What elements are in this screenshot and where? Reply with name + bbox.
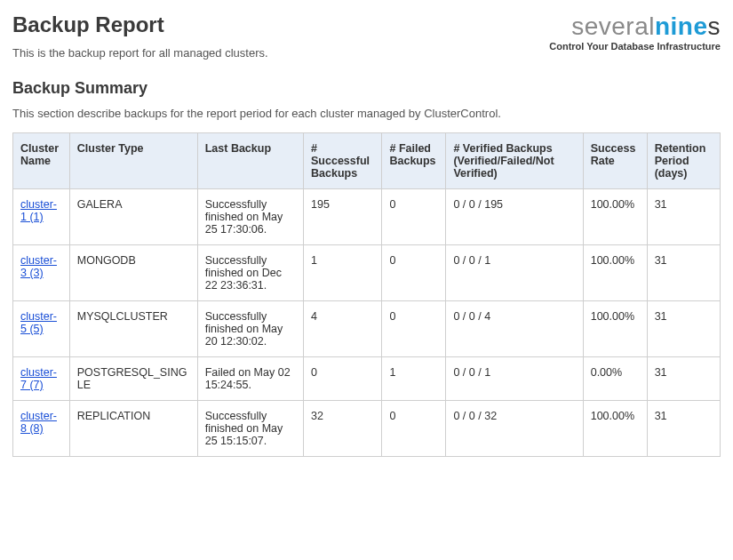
- cell-failed: 0: [382, 189, 446, 245]
- cell-success-rate: 100.00%: [583, 301, 647, 357]
- col-verified: # Verified Backups (Verified/Failed/Not …: [446, 133, 583, 189]
- cell-last-backup: Successfully finished on May 25 17:30:06…: [197, 189, 303, 245]
- col-failed: # Failed Backups: [382, 133, 446, 189]
- cell-retention: 31: [647, 245, 720, 301]
- col-last-backup: Last Backup: [197, 133, 303, 189]
- cell-cluster-type: MONGODB: [69, 245, 197, 301]
- cell-last-backup: Successfully finished on May 20 12:30:02…: [197, 301, 303, 357]
- cell-retention: 31: [647, 401, 720, 457]
- col-cluster-name: Cluster Name: [13, 133, 70, 189]
- cell-verified: 0 / 0 / 1: [446, 357, 583, 401]
- cell-successful: 4: [304, 301, 382, 357]
- cell-failed: 0: [382, 245, 446, 301]
- cell-verified: 0 / 0 / 1: [446, 245, 583, 301]
- cluster-link[interactable]: cluster-1 (1): [20, 198, 57, 223]
- cell-successful: 0: [304, 357, 382, 401]
- table-header-row: Cluster Name Cluster Type Last Backup # …: [13, 133, 721, 189]
- col-cluster-type: Cluster Type: [69, 133, 197, 189]
- cell-successful: 32: [304, 401, 382, 457]
- brand-tagline: Control Your Database Infrastructure: [549, 41, 721, 52]
- cell-last-backup: Failed on May 02 15:24:55.: [197, 357, 303, 401]
- cell-successful: 195: [304, 189, 382, 245]
- cell-verified: 0 / 0 / 4: [446, 301, 583, 357]
- backup-summary-table: Cluster Name Cluster Type Last Backup # …: [12, 132, 721, 457]
- brand-logo: severalnines: [549, 14, 721, 39]
- table-row: cluster-5 (5) MYSQLCLUSTER Successfully …: [13, 301, 721, 357]
- cluster-link[interactable]: cluster-3 (3): [20, 254, 57, 279]
- page-title: Backup Report: [12, 12, 268, 37]
- table-row: cluster-7 (7) POSTGRESQL_SINGLE Failed o…: [13, 357, 721, 401]
- cluster-link[interactable]: cluster-7 (7): [20, 366, 57, 391]
- cell-last-backup: Successfully finished on May 25 15:15:07…: [197, 401, 303, 457]
- section-description: This section describe backups for the re…: [12, 107, 721, 120]
- cell-failed: 1: [382, 357, 446, 401]
- table-row: cluster-8 (8) REPLICATION Successfully f…: [13, 401, 721, 457]
- cell-cluster-type: POSTGRESQL_SINGLE: [69, 357, 197, 401]
- col-success-rate: Success Rate: [583, 133, 647, 189]
- brand-word-several: several: [571, 12, 655, 40]
- cell-verified: 0 / 0 / 32: [446, 401, 583, 457]
- cell-retention: 31: [647, 189, 720, 245]
- section-heading: Backup Summary: [12, 79, 721, 98]
- cluster-link[interactable]: cluster-5 (5): [20, 310, 57, 335]
- cell-successful: 1: [304, 245, 382, 301]
- cell-cluster-type: MYSQLCLUSTER: [69, 301, 197, 357]
- cell-cluster-type: REPLICATION: [69, 401, 197, 457]
- cell-failed: 0: [382, 401, 446, 457]
- cell-success-rate: 100.00%: [583, 245, 647, 301]
- cell-retention: 31: [647, 301, 720, 357]
- brand-word-nine: nine: [655, 12, 708, 40]
- col-retention: Retention Period (days): [647, 133, 720, 189]
- cell-cluster-type: GALERA: [69, 189, 197, 245]
- cell-verified: 0 / 0 / 195: [446, 189, 583, 245]
- cell-success-rate: 100.00%: [583, 401, 647, 457]
- cluster-link[interactable]: cluster-8 (8): [20, 410, 57, 435]
- table-row: cluster-1 (1) GALERA Successfully finish…: [13, 189, 721, 245]
- cell-last-backup: Successfully finished on Dec 22 23:36:31…: [197, 245, 303, 301]
- brand-word-s: s: [708, 12, 721, 40]
- cell-success-rate: 0.00%: [583, 357, 647, 401]
- col-successful: # Successful Backups: [304, 133, 382, 189]
- brand-block: severalnines Control Your Database Infra…: [549, 9, 721, 52]
- cell-failed: 0: [382, 301, 446, 357]
- cell-retention: 31: [647, 357, 720, 401]
- page-subtitle: This is the backup report for all manage…: [12, 46, 268, 60]
- cell-success-rate: 100.00%: [583, 189, 647, 245]
- table-row: cluster-3 (3) MONGODB Successfully finis…: [13, 245, 721, 301]
